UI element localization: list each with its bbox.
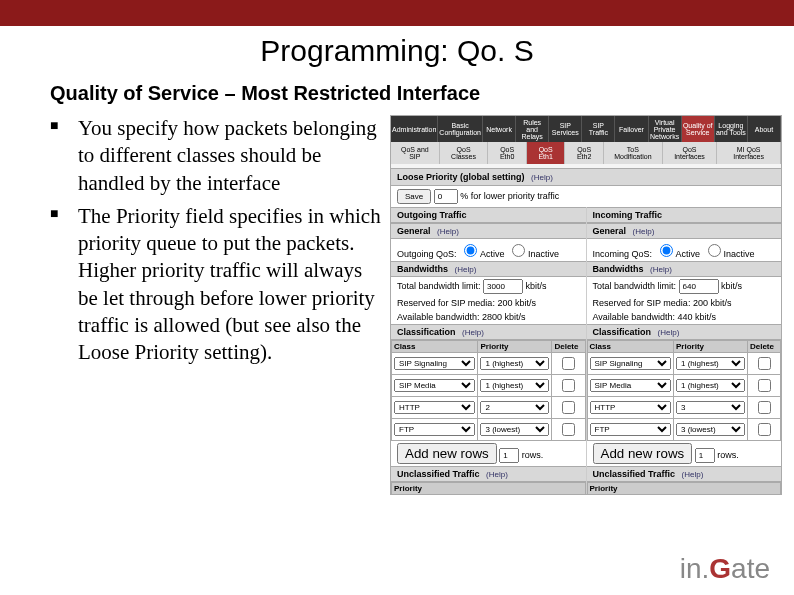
- general-header: General (Help): [391, 223, 586, 239]
- sub-tab[interactable]: ToS Modification: [604, 142, 663, 164]
- sub-tab[interactable]: QoS and SIP: [391, 142, 440, 164]
- table-row: SIP Media1 (highest): [392, 375, 586, 397]
- field-label: Outgoing QoS:: [397, 249, 457, 259]
- sub-tab-bar: QoS and SIPQoS ClassesQoS Eth0QoS Eth1Qo…: [391, 142, 781, 164]
- section-title: Loose Priority (global setting): [397, 172, 525, 182]
- main-tab[interactable]: SIP Traffic: [582, 116, 615, 142]
- available-bw-text: Available bandwidth: 2800 kbit/s: [391, 310, 586, 324]
- sub-tab[interactable]: QoS Eth1: [527, 142, 566, 164]
- bullet-item: The Priority field specifies in which pr…: [50, 203, 382, 367]
- help-link[interactable]: (Help): [486, 470, 508, 479]
- class-select[interactable]: FTP: [394, 423, 475, 436]
- main-tab[interactable]: Quality of Service: [682, 116, 715, 142]
- bandwidths-header: Bandwidths (Help): [391, 261, 586, 277]
- slide-subtitle: Quality of Service – Most Restricted Int…: [0, 82, 794, 115]
- unclassified-header: Unclassified Traffic (Help): [391, 466, 586, 482]
- delete-checkbox[interactable]: [758, 401, 771, 414]
- loose-priority-header: Loose Priority (global setting) (Help): [391, 168, 781, 186]
- top-accent-bar: [0, 0, 794, 26]
- add-rows-count-input[interactable]: [695, 448, 715, 463]
- classification-header: Classification (Help): [391, 324, 586, 340]
- table-row: SIP Signaling1 (highest): [587, 353, 781, 375]
- unclassified-header: Unclassified Traffic (Help): [587, 466, 782, 482]
- add-rows-count-input[interactable]: [499, 448, 519, 463]
- help-link[interactable]: (Help): [650, 265, 672, 274]
- help-link[interactable]: (Help): [462, 328, 484, 337]
- class-select[interactable]: SIP Media: [394, 379, 475, 392]
- table-row: SIP Signaling1 (highest): [392, 353, 586, 375]
- class-select[interactable]: SIP Signaling: [394, 357, 475, 370]
- table-row: FTP3 (lowest): [392, 419, 586, 441]
- total-bandwidth-in-input[interactable]: [679, 279, 719, 294]
- class-select[interactable]: SIP Media: [590, 379, 671, 392]
- general-header: General (Help): [587, 223, 782, 239]
- delete-checkbox[interactable]: [562, 401, 575, 414]
- delete-checkbox[interactable]: [758, 379, 771, 392]
- outgoing-qos-inactive-radio[interactable]: [512, 244, 525, 257]
- priority-select[interactable]: 3 (lowest): [676, 423, 745, 436]
- add-rows-button[interactable]: Add new rows: [593, 443, 693, 464]
- field-label: Total bandwidth limit:: [397, 281, 481, 291]
- config-panel-screenshot: AdministrationBasic ConfigurationNetwork…: [390, 115, 782, 495]
- class-select[interactable]: HTTP: [394, 401, 475, 414]
- table-row: SIP Media1 (highest): [587, 375, 781, 397]
- help-link[interactable]: (Help): [437, 227, 459, 236]
- help-link[interactable]: (Help): [633, 227, 655, 236]
- add-rows-button[interactable]: Add new rows: [397, 443, 497, 464]
- incoming-qos-inactive-radio[interactable]: [708, 244, 721, 257]
- priority-select[interactable]: 1 (highest): [676, 379, 745, 392]
- priority-select[interactable]: 3: [676, 401, 745, 414]
- save-button[interactable]: Save: [397, 189, 431, 204]
- help-link[interactable]: (Help): [682, 470, 704, 479]
- outgoing-traffic-header: Outgoing Traffic: [391, 207, 586, 223]
- field-label: Incoming QoS:: [593, 249, 653, 259]
- main-tab[interactable]: Virtual Private Networks: [649, 116, 682, 142]
- sub-tab[interactable]: QoS Interfaces: [663, 142, 717, 164]
- delete-checkbox[interactable]: [758, 423, 771, 436]
- reserved-bw-text: Reserved for SIP media: 200 kbit/s: [391, 296, 586, 310]
- ingate-logo: in.Gate: [680, 553, 770, 585]
- main-tab[interactable]: Failover: [615, 116, 648, 142]
- priority-select[interactable]: 1 (highest): [676, 357, 745, 370]
- main-tab[interactable]: About: [748, 116, 781, 142]
- sub-tab[interactable]: QoS Classes: [440, 142, 489, 164]
- bullet-item: You specify how packets belonging to dif…: [50, 115, 382, 197]
- delete-checkbox[interactable]: [562, 423, 575, 436]
- help-link[interactable]: (Help): [455, 265, 477, 274]
- help-link[interactable]: (Help): [658, 328, 680, 337]
- loose-priority-input[interactable]: [434, 189, 458, 204]
- class-select[interactable]: HTTP: [590, 401, 671, 414]
- outgoing-qos-active-radio[interactable]: [464, 244, 477, 257]
- total-bandwidth-out-input[interactable]: [483, 279, 523, 294]
- classification-table-in: Class Priority Delete SIP Signaling1 (hi…: [587, 340, 782, 441]
- incoming-qos-active-radio[interactable]: [660, 244, 673, 257]
- main-tab[interactable]: Rules and Relays: [516, 116, 549, 142]
- bandwidth-header: Bandwidths (Help): [587, 261, 782, 277]
- sub-tab[interactable]: QoS Eth0: [488, 142, 527, 164]
- priority-select[interactable]: 1 (highest): [480, 379, 549, 392]
- priority-select[interactable]: 3 (lowest): [480, 423, 549, 436]
- classification-table-out: Class Priority Delete SIP Signaling1 (hi…: [391, 340, 586, 441]
- table-row: HTTP2: [392, 397, 586, 419]
- main-tab[interactable]: Logging and Tools: [715, 116, 748, 142]
- main-tab[interactable]: Network: [483, 116, 516, 142]
- delete-checkbox[interactable]: [758, 357, 771, 370]
- class-select[interactable]: FTP: [590, 423, 671, 436]
- sub-tab[interactable]: QoS Eth2: [565, 142, 604, 164]
- help-link[interactable]: (Help): [531, 173, 553, 182]
- main-tab[interactable]: Administration: [391, 116, 438, 142]
- main-tab[interactable]: SIP Services: [549, 116, 582, 142]
- delete-checkbox[interactable]: [562, 357, 575, 370]
- class-select[interactable]: SIP Signaling: [590, 357, 671, 370]
- priority-select[interactable]: 2: [480, 401, 549, 414]
- sub-tab[interactable]: MI QoS Interfaces: [717, 142, 781, 164]
- incoming-traffic-header: Incoming Traffic: [587, 207, 782, 223]
- table-row: HTTP3: [587, 397, 781, 419]
- main-tab-bar: AdministrationBasic ConfigurationNetwork…: [391, 116, 781, 142]
- main-tab[interactable]: Basic Configuration: [438, 116, 483, 142]
- delete-checkbox[interactable]: [562, 379, 575, 392]
- slide-title: Programming: Qo. S: [0, 26, 794, 82]
- available-bw-text: Available bandwidth: 440 kbit/s: [587, 310, 782, 324]
- bullet-list: You specify how packets belonging to dif…: [50, 115, 390, 495]
- priority-select[interactable]: 1 (highest): [480, 357, 549, 370]
